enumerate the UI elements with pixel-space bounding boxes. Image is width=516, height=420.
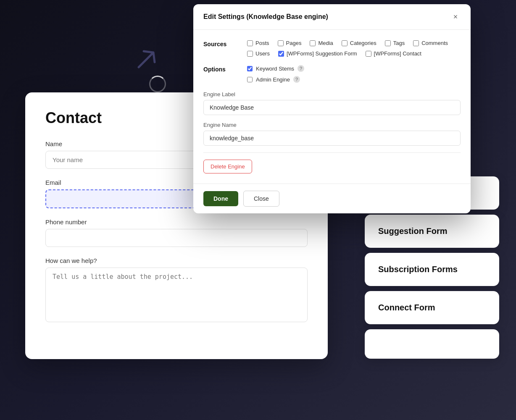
source-comments-checkbox[interactable]: [413, 40, 419, 46]
source-categories[interactable]: Categories: [342, 40, 376, 46]
modal-divider: [203, 152, 461, 153]
modal-header: Edit Settings (Knowledge Base engine) ×: [193, 4, 471, 30]
source-categories-checkbox[interactable]: [342, 40, 348, 46]
source-tags-checkbox[interactable]: [385, 40, 391, 46]
keyword-stems-checkbox[interactable]: [247, 66, 253, 71]
engine-label-input[interactable]: [203, 100, 461, 115]
option-keyword-stems: Keyword Stems ?: [247, 65, 304, 72]
source-wpforms-suggestion[interactable]: [WPForms] Suggestion Form: [278, 50, 357, 57]
source-pages[interactable]: Pages: [278, 40, 302, 46]
modal-footer: Done Close: [193, 184, 471, 213]
arrow-icon: [130, 42, 164, 77]
source-pages-label: Pages: [286, 40, 302, 46]
engine-name-group: Engine Name: [203, 122, 461, 146]
source-comments-label: Comments: [421, 40, 448, 46]
spinner-icon: [149, 76, 166, 92]
source-tags-label: Tags: [393, 40, 405, 46]
help-textarea[interactable]: [45, 268, 308, 322]
engine-label-group: Engine Label: [203, 91, 461, 115]
source-wpforms-suggestion-label: [WPForms] Suggestion Form: [287, 50, 357, 57]
source-pages-checkbox[interactable]: [278, 40, 284, 46]
source-comments[interactable]: Comments: [413, 40, 448, 46]
done-button[interactable]: Done: [203, 191, 238, 206]
edit-settings-modal: Edit Settings (Knowledge Base engine) × …: [193, 4, 471, 213]
engine-name-input[interactable]: [203, 131, 461, 146]
source-media[interactable]: Media: [310, 40, 333, 46]
modal-title: Edit Settings (Knowledge Base engine): [203, 13, 328, 21]
close-footer-button[interactable]: Close: [243, 191, 279, 207]
subscription-forms-panel-card[interactable]: Subscription Forms: [365, 253, 499, 286]
help-field-group: How can we help?: [45, 257, 308, 324]
engine-label-field-label: Engine Label: [203, 91, 461, 97]
admin-engine-help-icon[interactable]: ?: [293, 76, 300, 83]
suggestion-form-panel-card[interactable]: Suggestion Form: [365, 215, 499, 248]
connect-form-card-label: Connect Form: [378, 303, 486, 312]
keyword-stems-label: Keyword Stems: [256, 66, 294, 72]
help-label: How can we help?: [45, 257, 308, 264]
source-tags[interactable]: Tags: [385, 40, 405, 46]
options-section: Options Keyword Stems ? Admin Engine ?: [203, 65, 461, 83]
sources-section: Sources Posts Pages Media: [203, 40, 461, 57]
partial-panel-card: [365, 329, 499, 359]
admin-engine-checkbox[interactable]: [247, 77, 253, 82]
source-wpforms-contact-checkbox[interactable]: [366, 51, 371, 57]
source-posts[interactable]: Posts: [247, 40, 269, 46]
keyword-stems-help-icon[interactable]: ?: [297, 65, 304, 72]
admin-engine-label: Admin Engine: [256, 76, 290, 83]
source-media-label: Media: [318, 40, 333, 46]
options-label: Options: [203, 65, 237, 73]
phone-field-group: Phone number: [45, 218, 308, 247]
sources-checkboxes: Posts Pages Media Categories: [247, 40, 461, 57]
source-wpforms-contact-label: [WPForms] Contact: [374, 50, 421, 57]
modal-body: Sources Posts Pages Media: [193, 30, 471, 184]
source-users-label: Users: [255, 50, 270, 57]
connect-form-panel-card[interactable]: Connect Form: [365, 291, 499, 324]
source-users-checkbox[interactable]: [247, 51, 253, 57]
suggestion-form-card-label: Suggestion Form: [378, 226, 486, 236]
engine-name-field-label: Engine Name: [203, 122, 461, 128]
source-categories-label: Categories: [350, 40, 376, 46]
options-checkboxes: Keyword Stems ? Admin Engine ?: [247, 65, 304, 83]
source-wpforms-contact[interactable]: [WPForms] Contact: [366, 50, 421, 57]
source-posts-checkbox[interactable]: [247, 40, 253, 46]
option-admin-engine: Admin Engine ?: [247, 76, 304, 83]
source-media-checkbox[interactable]: [310, 40, 316, 46]
phone-input[interactable]: [45, 229, 308, 247]
phone-label: Phone number: [45, 218, 308, 226]
source-posts-label: Posts: [255, 40, 269, 46]
sources-label: Sources: [203, 40, 237, 47]
modal-close-button[interactable]: ×: [450, 12, 461, 22]
delete-engine-button[interactable]: Delete Engine: [203, 160, 252, 173]
subscription-forms-card-label: Subscription Forms: [378, 265, 486, 274]
source-wpforms-suggestion-checkbox[interactable]: [278, 51, 284, 57]
source-users[interactable]: Users: [247, 50, 270, 57]
